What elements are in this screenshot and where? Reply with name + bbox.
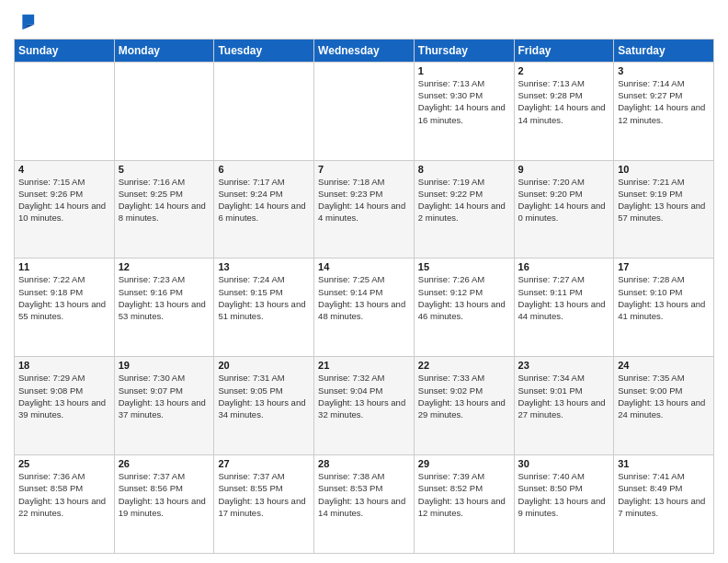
day-info: Sunrise: 7:38 AMSunset: 8:53 PMDaylight:… <box>318 471 405 518</box>
calendar-cell: 1 Sunrise: 7:13 AMSunset: 9:30 PMDayligh… <box>414 62 514 160</box>
day-number: 16 <box>518 261 610 272</box>
day-number: 18 <box>18 360 110 371</box>
day-info: Sunrise: 7:29 AMSunset: 9:08 PMDaylight:… <box>18 373 106 419</box>
day-number: 15 <box>418 261 510 272</box>
day-number: 26 <box>119 458 210 469</box>
day-info: Sunrise: 7:20 AMSunset: 9:20 PMDaylight:… <box>518 177 606 224</box>
day-info: Sunrise: 7:24 AMSunset: 9:15 PMDaylight:… <box>218 274 305 321</box>
day-number: 1 <box>418 65 510 76</box>
day-info: Sunrise: 7:34 AMSunset: 9:01 PMDaylight:… <box>518 373 606 419</box>
col-header-saturday: Saturday <box>614 39 714 62</box>
calendar-cell: 28 Sunrise: 7:38 AMSunset: 8:53 PMDaylig… <box>314 455 415 554</box>
calendar-week-row: 4 Sunrise: 7:15 AMSunset: 9:26 PMDayligh… <box>15 160 714 259</box>
day-number: 20 <box>218 360 310 371</box>
day-number: 6 <box>218 164 310 175</box>
day-number: 17 <box>618 261 710 272</box>
calendar-cell: 8 Sunrise: 7:19 AMSunset: 9:22 PMDayligh… <box>414 160 514 259</box>
day-info: Sunrise: 7:30 AMSunset: 9:07 PMDaylight:… <box>119 373 206 419</box>
col-header-sunday: Sunday <box>15 39 115 62</box>
calendar-cell: 30 Sunrise: 7:40 AMSunset: 8:50 PMDaylig… <box>514 455 614 554</box>
calendar-cell: 18 Sunrise: 7:29 AMSunset: 9:08 PMDaylig… <box>15 357 115 455</box>
calendar-cell: 6 Sunrise: 7:17 AMSunset: 9:24 PMDayligh… <box>214 160 314 259</box>
day-info: Sunrise: 7:26 AMSunset: 9:12 PMDaylight:… <box>418 274 506 321</box>
day-info: Sunrise: 7:25 AMSunset: 9:14 PMDaylight:… <box>318 274 405 321</box>
calendar-cell <box>114 62 214 160</box>
page: SundayMondayTuesdayWednesdayThursdayFrid… <box>0 0 728 563</box>
logo-text <box>14 9 38 31</box>
calendar-cell: 14 Sunrise: 7:25 AMSunset: 9:14 PMDaylig… <box>314 259 415 357</box>
calendar-cell: 4 Sunrise: 7:15 AMSunset: 9:26 PMDayligh… <box>15 160 115 259</box>
day-number: 27 <box>218 458 310 469</box>
day-info: Sunrise: 7:13 AMSunset: 9:30 PMDaylight:… <box>418 78 506 125</box>
calendar-cell: 7 Sunrise: 7:18 AMSunset: 9:23 PMDayligh… <box>314 160 415 259</box>
col-header-friday: Friday <box>514 39 614 62</box>
day-info: Sunrise: 7:39 AMSunset: 8:52 PMDaylight:… <box>418 471 506 518</box>
day-number: 22 <box>418 360 510 371</box>
calendar-cell: 19 Sunrise: 7:30 AMSunset: 9:07 PMDaylig… <box>114 357 214 455</box>
day-number: 25 <box>18 458 110 469</box>
calendar-cell: 2 Sunrise: 7:13 AMSunset: 9:28 PMDayligh… <box>514 62 614 160</box>
calendar-cell <box>214 62 314 160</box>
calendar-cell: 11 Sunrise: 7:22 AMSunset: 9:18 PMDaylig… <box>15 259 115 357</box>
day-number: 21 <box>318 360 410 371</box>
calendar-cell: 20 Sunrise: 7:31 AMSunset: 9:05 PMDaylig… <box>214 357 314 455</box>
calendar-cell: 3 Sunrise: 7:14 AMSunset: 9:27 PMDayligh… <box>614 62 714 160</box>
day-number: 10 <box>618 164 710 175</box>
day-info: Sunrise: 7:21 AMSunset: 9:19 PMDaylight:… <box>618 177 705 224</box>
calendar-table: SundayMondayTuesdayWednesdayThursdayFrid… <box>14 39 714 554</box>
day-number: 30 <box>518 458 610 469</box>
day-info: Sunrise: 7:37 AMSunset: 8:55 PMDaylight:… <box>218 471 305 518</box>
day-info: Sunrise: 7:36 AMSunset: 8:58 PMDaylight:… <box>18 471 106 518</box>
calendar-cell: 27 Sunrise: 7:37 AMSunset: 8:55 PMDaylig… <box>214 455 314 554</box>
day-number: 3 <box>618 65 710 76</box>
calendar-cell: 12 Sunrise: 7:23 AMSunset: 9:16 PMDaylig… <box>114 259 214 357</box>
day-number: 11 <box>18 261 110 272</box>
day-number: 14 <box>318 261 410 272</box>
day-info: Sunrise: 7:32 AMSunset: 9:04 PMDaylight:… <box>318 373 405 419</box>
day-info: Sunrise: 7:22 AMSunset: 9:18 PMDaylight:… <box>18 274 106 321</box>
day-number: 24 <box>618 360 710 371</box>
col-header-wednesday: Wednesday <box>314 39 415 62</box>
day-info: Sunrise: 7:19 AMSunset: 9:22 PMDaylight:… <box>418 177 506 224</box>
calendar-cell <box>15 62 115 160</box>
day-info: Sunrise: 7:17 AMSunset: 9:24 PMDaylight:… <box>218 177 305 224</box>
header <box>14 9 714 31</box>
calendar-cell: 16 Sunrise: 7:27 AMSunset: 9:11 PMDaylig… <box>514 259 614 357</box>
day-info: Sunrise: 7:28 AMSunset: 9:10 PMDaylight:… <box>618 274 705 321</box>
calendar-week-row: 11 Sunrise: 7:22 AMSunset: 9:18 PMDaylig… <box>15 259 714 357</box>
day-number: 23 <box>518 360 610 371</box>
day-number: 19 <box>119 360 210 371</box>
day-number: 8 <box>418 164 510 175</box>
day-info: Sunrise: 7:31 AMSunset: 9:05 PMDaylight:… <box>218 373 305 419</box>
calendar-week-row: 18 Sunrise: 7:29 AMSunset: 9:08 PMDaylig… <box>15 357 714 455</box>
svg-marker-0 <box>22 14 34 29</box>
day-number: 28 <box>318 458 410 469</box>
calendar-cell: 24 Sunrise: 7:35 AMSunset: 9:00 PMDaylig… <box>614 357 714 455</box>
calendar-cell: 21 Sunrise: 7:32 AMSunset: 9:04 PMDaylig… <box>314 357 415 455</box>
day-info: Sunrise: 7:40 AMSunset: 8:50 PMDaylight:… <box>518 471 606 518</box>
calendar-cell: 25 Sunrise: 7:36 AMSunset: 8:58 PMDaylig… <box>15 455 115 554</box>
day-info: Sunrise: 7:33 AMSunset: 9:02 PMDaylight:… <box>418 373 506 419</box>
day-number: 31 <box>618 458 710 469</box>
day-info: Sunrise: 7:35 AMSunset: 9:00 PMDaylight:… <box>618 373 705 419</box>
day-number: 9 <box>518 164 610 175</box>
calendar-cell: 10 Sunrise: 7:21 AMSunset: 9:19 PMDaylig… <box>614 160 714 259</box>
day-number: 29 <box>418 458 510 469</box>
day-info: Sunrise: 7:14 AMSunset: 9:27 PMDaylight:… <box>618 78 705 125</box>
calendar-cell: 13 Sunrise: 7:24 AMSunset: 9:15 PMDaylig… <box>214 259 314 357</box>
calendar-cell: 22 Sunrise: 7:33 AMSunset: 9:02 PMDaylig… <box>414 357 514 455</box>
day-info: Sunrise: 7:16 AMSunset: 9:25 PMDaylight:… <box>119 177 206 224</box>
col-header-thursday: Thursday <box>414 39 514 62</box>
day-number: 13 <box>218 261 310 272</box>
calendar-cell: 26 Sunrise: 7:37 AMSunset: 8:56 PMDaylig… <box>114 455 214 554</box>
calendar-cell: 17 Sunrise: 7:28 AMSunset: 9:10 PMDaylig… <box>614 259 714 357</box>
calendar-week-row: 1 Sunrise: 7:13 AMSunset: 9:30 PMDayligh… <box>15 62 714 160</box>
day-info: Sunrise: 7:23 AMSunset: 9:16 PMDaylight:… <box>119 274 206 321</box>
calendar-cell: 31 Sunrise: 7:41 AMSunset: 8:49 PMDaylig… <box>614 455 714 554</box>
day-info: Sunrise: 7:27 AMSunset: 9:11 PMDaylight:… <box>518 274 606 321</box>
calendar-cell: 15 Sunrise: 7:26 AMSunset: 9:12 PMDaylig… <box>414 259 514 357</box>
calendar-week-row: 25 Sunrise: 7:36 AMSunset: 8:58 PMDaylig… <box>15 455 714 554</box>
day-info: Sunrise: 7:15 AMSunset: 9:26 PMDaylight:… <box>18 177 106 224</box>
day-info: Sunrise: 7:18 AMSunset: 9:23 PMDaylight:… <box>318 177 405 224</box>
day-number: 4 <box>18 164 110 175</box>
